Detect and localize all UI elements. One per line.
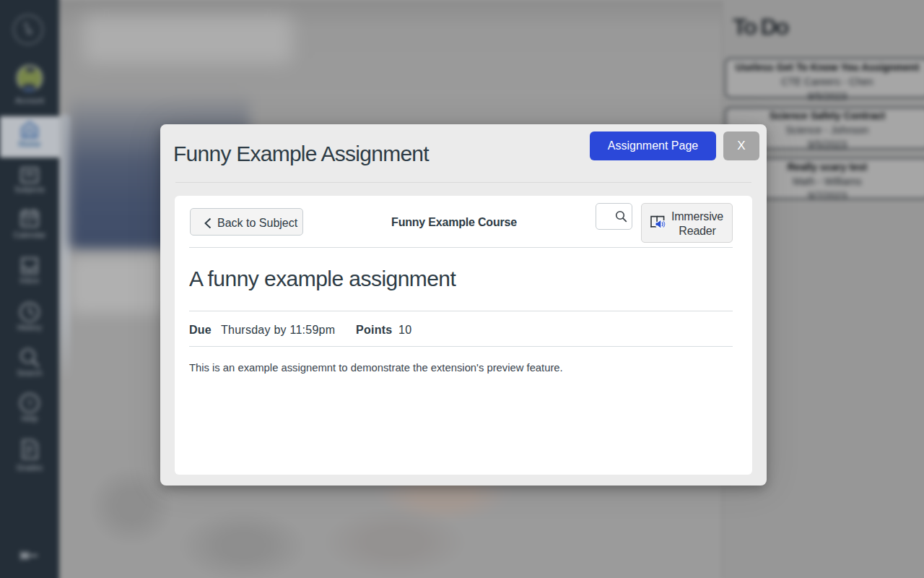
svg-text:?: ? [27,397,32,410]
